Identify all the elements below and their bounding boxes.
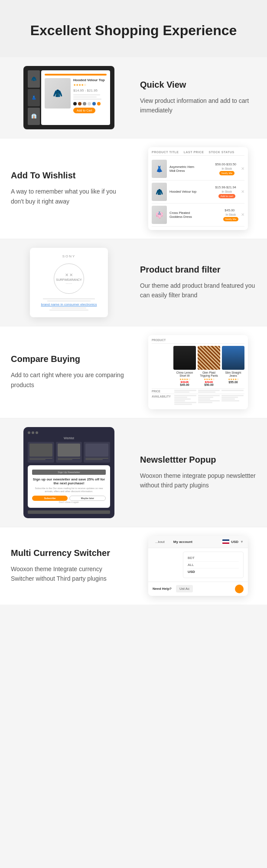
cmp-product-col-label: PRODUCT	[152, 339, 173, 342]
cmp-price-2: $50.00	[198, 383, 220, 386]
wl-remove-3[interactable]: ✕	[241, 212, 244, 217]
brand-logo: ✕ ✕ SURFWEARANCY - - - - -	[54, 263, 84, 294]
brand-screen: SONY ✕ ✕ SURFWEARANCY - - - - - brand na…	[30, 248, 108, 317]
brand-text: Product brand filter Our theme add produ…	[134, 260, 263, 305]
wl-remove-1[interactable]: ✕	[241, 166, 244, 171]
currency-topbar: ...kout My account USD ▼	[148, 536, 248, 548]
newsletter-mockup: Wishlist	[4, 427, 134, 518]
wishlist-section: Add To Wishlist A way to remember what y…	[0, 138, 267, 239]
compare-price-row: PRICE	[152, 388, 244, 394]
wishlist-text: Add To Wishlist A way to remember what y…	[4, 166, 134, 210]
currency-option-all[interactable]: ALL	[188, 562, 239, 569]
cmp-price-1: $45.00	[173, 383, 196, 386]
currency-flag-icon	[222, 539, 229, 544]
color-brown[interactable]	[78, 102, 81, 105]
currency-option-bdt[interactable]: BDT	[188, 555, 239, 562]
currency-tab-checkout[interactable]: ...kout	[153, 539, 167, 545]
wishlist-item: 👘 Cross PleatedGoddess Dress $45.00 In S…	[152, 204, 244, 227]
cmp-col-3	[221, 339, 244, 342]
newsletter-popup-title: Sign up our newsletter and save 25% off …	[32, 477, 106, 485]
wl-status-2: In Stock	[222, 190, 232, 193]
wishlist-screen: PRODUCT TITLE LAST PRICE STOCK STATUS 👗 …	[148, 147, 248, 230]
brand-line-3	[52, 307, 86, 309]
currency-dropdown-arrow[interactable]: ▼	[240, 540, 244, 544]
qv-desc	[73, 94, 107, 100]
currency-section: Multi Currency Switcher Wooxon theme Int…	[0, 527, 267, 605]
nl-dot-2	[32, 431, 34, 434]
wishlist-mockup: PRODUCT TITLE LAST PRICE STOCK STATUS 👗 …	[134, 147, 263, 230]
nl-skip-label[interactable]: Don't show it again	[32, 501, 106, 503]
quickview-section: 🧥 👗 👔 🧥 Hooded Velour Top ★★★★☆ $14.95 -…	[0, 57, 267, 138]
qv-color-swatches	[73, 102, 107, 105]
brand-link[interactable]: brand name in consumer electronics	[41, 302, 97, 306]
qv-product-name: Hooded Velour Top	[73, 78, 107, 82]
nl-buttons: Subscribe Maybe later	[32, 496, 106, 501]
nl-bottom-bar	[28, 510, 110, 514]
brand-section: SONY ✕ ✕ SURFWEARANCY - - - - - brand na…	[0, 239, 267, 326]
wl-remove-2[interactable]: ✕	[241, 189, 244, 194]
newsletter-screen: Wishlist	[23, 427, 114, 518]
quickview-description: View product information and add to cart…	[140, 96, 256, 115]
compare-header: PRODUCT	[152, 339, 244, 344]
brand-name-label: SONY	[35, 254, 103, 258]
wishlist-header: PRODUCT TITLE LAST PRICE STOCK STATUS	[152, 151, 244, 156]
wl-thumb-3: 👘	[152, 206, 167, 224]
cmp-img-2	[198, 346, 220, 370]
brand-line-2	[47, 300, 91, 302]
quickview-popup: 🧥 Hooded Velour Top ★★★★☆ $14.95 - $21.9…	[41, 70, 110, 125]
nl-subscribe-button[interactable]: Subscribe	[32, 496, 68, 501]
currency-tab-myaccount[interactable]: My account	[171, 539, 195, 545]
wishlist-item: 🧥 Hooded Velour top $15.98-$21.94 In Sto…	[152, 181, 244, 204]
brand-logo-icon: ✕ ✕	[65, 273, 73, 277]
newsletter-popup-desc: Subscribe to the Our store mailing list …	[32, 487, 106, 493]
color-orange[interactable]	[97, 102, 101, 105]
cmp-product-2: Glen PlaidTripping Pants ★★★★☆ $70.00 $5…	[198, 346, 220, 387]
currency-option-usd[interactable]: USD	[188, 569, 239, 575]
nl-line-6	[85, 459, 103, 460]
cmp-img-3	[222, 346, 244, 370]
compare-screen: PRODUCT Chino LemonShort W ★★★★☆ $49.95 …	[148, 335, 248, 409]
nl-line-4	[58, 459, 72, 460]
quickview-text: Quick View View product information and …	[134, 76, 263, 120]
wishlist-description: A way to remember what you like if you d…	[11, 187, 127, 206]
brand-mockup: SONY ✕ ✕ SURFWEARANCY - - - - - brand na…	[4, 248, 134, 317]
wishlist-title: Add To Wishlist	[11, 171, 127, 181]
cmp-price-3: $55.00	[222, 381, 244, 384]
qv-line-3	[73, 99, 101, 100]
brand-logo-text: SURFWEARANCY	[56, 278, 82, 281]
color-blue[interactable]	[92, 102, 96, 105]
wl-price-2: $15.98-$21.94	[215, 185, 236, 189]
qv-add-to-cart-button[interactable]: Add to Cart	[73, 108, 95, 113]
wl-status-1: In Stock	[222, 167, 232, 170]
wl-thumb-1: 👗	[152, 160, 167, 178]
cmp-avail-val-3	[221, 395, 244, 405]
color-black[interactable]	[73, 102, 77, 105]
hero-title: Excellent Shopping Experience	[17, 22, 250, 40]
wl-badge-1[interactable]: Notify Me	[219, 171, 234, 175]
brand-title: Product brand filter	[140, 265, 256, 275]
qv-product-detail: 🧥 Hooded Velour Top ★★★★☆ $14.95 - $21.9…	[45, 78, 107, 113]
wl-name-2: Hooded Velour top	[169, 190, 213, 194]
nl-window-dots	[28, 431, 110, 434]
wl-badge-2[interactable]: Add to cart	[218, 194, 235, 198]
newsletter-popup: Sign Up Newsletter Sign up our newslette…	[28, 465, 110, 508]
cmp-stars-2: ★★★★☆	[198, 378, 220, 381]
currency-description: Wooxon theme Integrate currency Switcher…	[11, 564, 127, 584]
currency-screen: ...kout My account USD ▼ BDT ALL USD Nee…	[148, 536, 248, 596]
compare-mockup: PRODUCT Chino LemonShort W ★★★★☆ $49.95 …	[134, 335, 263, 409]
qv-line-2	[73, 96, 97, 98]
cmp-price-label: PRICE	[152, 390, 173, 393]
cmp-stars-1: ★★★★☆	[173, 378, 196, 381]
cmp-price-val-1	[173, 390, 197, 393]
newsletter-section: Wishlist	[0, 418, 267, 527]
nl-prod-img-2	[58, 444, 81, 457]
compare-availability-row: AVAILABILITY	[152, 394, 244, 406]
cmp-product-1: Chino LemonShort W ★★★★☆ $49.95 $45.00	[173, 346, 196, 387]
color-gray[interactable]	[83, 102, 86, 105]
qv-price: $14.95 - $21.95	[73, 89, 107, 92]
wl-badge-3[interactable]: Notify Me	[223, 217, 238, 221]
qv-line-1	[73, 94, 100, 95]
color-white[interactable]	[88, 102, 91, 105]
cmp-avail-label: AVAILABILITY	[152, 395, 173, 405]
nl-maybe-button[interactable]: Maybe later	[69, 496, 106, 501]
